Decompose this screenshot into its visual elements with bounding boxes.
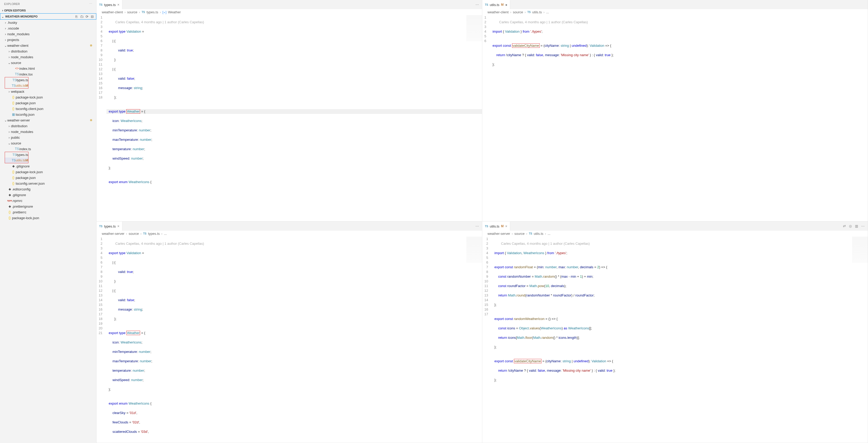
tree-item[interactable]: {}.prettierrc (0, 209, 96, 215)
file-icon: {} (11, 101, 16, 105)
crumb[interactable]: ... (548, 232, 550, 236)
crumb[interactable]: types.ts (148, 232, 160, 236)
tree-item[interactable]: ◆.gitignore (0, 163, 96, 169)
breadcrumb[interactable]: weather-server› source› TS types.ts› ... (97, 231, 482, 237)
tab-types-ts[interactable]: TS types.ts × (97, 222, 122, 231)
dirty-dot-icon[interactable]: ● (505, 3, 507, 7)
more-icon[interactable]: ⋯ (861, 224, 865, 228)
crumb[interactable]: weather-client (488, 10, 509, 14)
tab-utils-ts[interactable]: TS utils.ts M ● (482, 0, 510, 9)
tree-item-label: .prettierignore (12, 205, 33, 208)
tree-item[interactable]: {}package.json (0, 175, 96, 180)
tree-item-label: weather-client (7, 43, 28, 48)
crumb[interactable]: weather-client (102, 10, 123, 14)
tab-utils-ts[interactable]: TS utils.ts M × (482, 222, 510, 231)
ring-icon[interactable]: ◎ (849, 224, 852, 228)
collapse-all-icon[interactable]: ⊟ (90, 14, 94, 19)
breadcrumb[interactable]: weather-client› source› TS utils.ts› ... (482, 9, 868, 15)
file-icon: {} (11, 176, 16, 179)
tree-item[interactable]: ◆.gitignore (0, 192, 96, 198)
crumb[interactable]: source (513, 10, 523, 14)
tree-item[interactable]: ›node_modules (0, 54, 96, 60)
tree-item[interactable]: ⌄source (0, 140, 96, 146)
tree-item-label: distribution (11, 124, 27, 128)
refresh-icon[interactable]: ⟳ (85, 14, 89, 19)
crumb[interactable]: weather-server (102, 232, 124, 236)
tree-item[interactable]: TSindex.ts (0, 146, 96, 152)
tab-label: types.ts (104, 3, 116, 7)
tree-item[interactable]: ⌄weather-client (0, 42, 96, 48)
minimap[interactable] (466, 15, 482, 41)
explorer-more-icon[interactable]: ⋯ (89, 2, 92, 5)
workspace-root-header[interactable]: ⌄ WEATHER-MONOREPO ⎘ 🗀 ⟳ ⊟ (0, 13, 96, 20)
close-icon[interactable]: × (118, 224, 120, 228)
tree-item[interactable]: TSutils.tsM (5, 83, 28, 89)
tree-item[interactable]: ◆.editorconfig (0, 186, 96, 192)
tree-item[interactable]: {}package-lock.json (0, 94, 96, 100)
tree-item[interactable]: TStypes.ts (5, 152, 28, 157)
tree-item-label: .npmrc (12, 199, 23, 203)
tree-item[interactable]: ›distribution (0, 123, 96, 129)
more-icon[interactable]: ⋯ (475, 3, 479, 6)
crumb[interactable]: source (127, 10, 137, 14)
tree-item[interactable]: ▦tsconfig.json (0, 112, 96, 117)
split-icon[interactable]: ▥ (855, 224, 858, 228)
editor-grid: TS types.ts × ⋯ weather-client› source› … (97, 0, 868, 443)
tree-item[interactable]: {}package-lock.json (0, 215, 96, 221)
explorer-title: EXPLORER (4, 2, 20, 5)
tree-item[interactable]: ⌄weather-server (0, 117, 96, 123)
tree-item[interactable]: {}package.json (0, 100, 96, 106)
new-file-icon[interactable]: ⎘ (74, 14, 79, 19)
tree-item-label: .vscode (7, 26, 19, 30)
breadcrumb[interactable]: weather-client› source› TS types.ts› [∘]… (97, 9, 482, 15)
crumb[interactable]: source (129, 232, 139, 236)
crumb[interactable]: source (515, 232, 525, 236)
open-editors-section[interactable]: › OPEN EDITORS (0, 7, 96, 13)
tree-item[interactable]: ◆.prettierignore (0, 204, 96, 209)
tab-types-ts[interactable]: TS types.ts × (97, 0, 122, 9)
tree-item[interactable]: ›node_modules (0, 129, 96, 135)
tree-item[interactable]: ›.vscode (0, 25, 96, 31)
crumb[interactable]: utils.ts (532, 10, 542, 14)
tree-item[interactable]: {}tsconfig.client.json (0, 106, 96, 112)
tree-item[interactable]: {}package-lock.json (0, 169, 96, 175)
more-icon[interactable]: ⋯ (475, 224, 479, 228)
tree-item[interactable]: npm.npmrc (0, 198, 96, 204)
tree-item[interactable]: <>index.html (0, 65, 96, 71)
crumb[interactable]: weather-server (488, 232, 510, 236)
compare-icon[interactable]: ⇄ (843, 224, 846, 228)
crumb[interactable]: types.ts (146, 10, 158, 14)
tree-item[interactable]: TSindex.tsx (0, 71, 96, 77)
code-editor[interactable]: 123456 Carles Capellas, 4 months ago | 1… (482, 15, 868, 221)
file-icon: TS (14, 72, 19, 76)
tree-item[interactable]: ›distribution (0, 48, 96, 54)
crumb[interactable]: ... (164, 232, 167, 236)
tree-item[interactable]: ›public (0, 135, 96, 140)
tree-item[interactable]: TSutils.tsM (5, 157, 28, 163)
crumb[interactable]: ... (546, 10, 549, 14)
breadcrumb[interactable]: weather-server› source› TS utils.ts› ... (482, 231, 868, 237)
code-editor[interactable]: 1234567891011121314151617 Carles Capella… (482, 237, 868, 443)
tree-item-label: weather-server (7, 118, 30, 122)
minimap[interactable] (466, 237, 482, 263)
close-icon[interactable]: × (505, 224, 507, 228)
tree-item[interactable]: ›webpack (0, 89, 96, 94)
explorer-sidebar: EXPLORER ⋯ › OPEN EDITORS ⌄ WEATHER-MONO… (0, 0, 97, 443)
close-icon[interactable]: × (118, 3, 120, 7)
tree-item[interactable]: ›projects (0, 37, 96, 42)
tabbar: TS utils.ts M × ⇄ ◎ ▥ ⋯ (482, 222, 868, 231)
tree-item-label: package-lock.json (16, 170, 43, 174)
code-editor[interactable]: 123456789101112131415161718192021 Carles… (97, 237, 482, 443)
tree-item[interactable]: TStypes.ts (5, 77, 28, 83)
code-editor[interactable]: 123456789101112131415161718 Carles Capel… (97, 15, 482, 221)
crumb[interactable]: utils.ts (534, 232, 544, 236)
tree-item-label: webpack (11, 90, 24, 93)
tree-item[interactable]: {}tsconfig.server.json (0, 180, 96, 186)
new-folder-icon[interactable]: 🗀 (79, 14, 84, 19)
minimap[interactable] (852, 237, 868, 263)
tree-item[interactable]: ⌄source (0, 60, 96, 65)
tree-item[interactable]: ›.husky (0, 20, 96, 25)
tree-item[interactable]: ›node_modules (0, 31, 96, 37)
file-icon: npm (7, 199, 12, 202)
crumb[interactable]: Weather (168, 10, 181, 14)
